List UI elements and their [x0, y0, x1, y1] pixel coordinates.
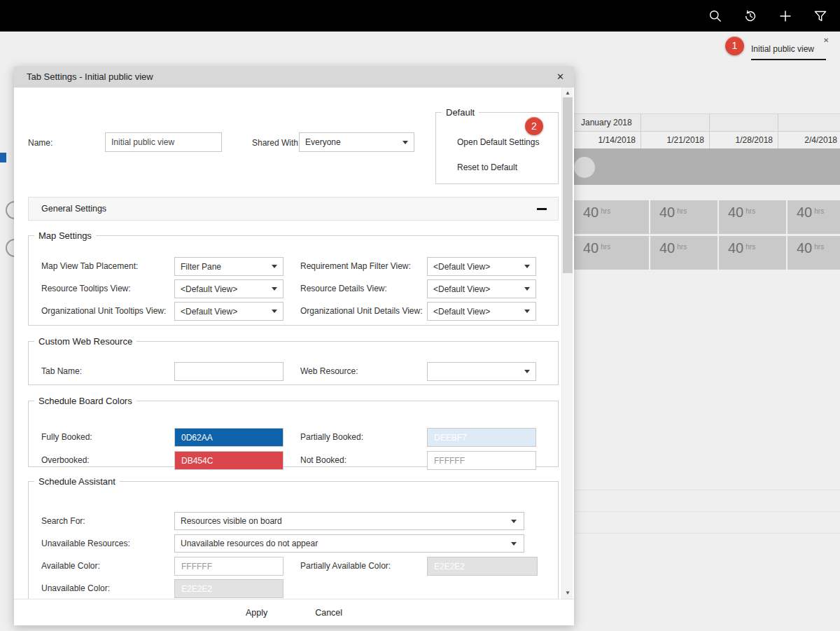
web-resource-dropdown[interactable] — [427, 362, 536, 381]
chevron-down-icon — [402, 141, 408, 144]
date-header: 1/21/2018 — [643, 132, 707, 148]
dialog-close-icon[interactable]: ✕ — [556, 71, 564, 83]
resource-tooltips-view-dropdown[interactable]: <Default View> — [174, 279, 284, 298]
chevron-down-icon — [524, 370, 530, 373]
general-settings-label: General Settings — [41, 204, 106, 214]
dropdown-value: Unavailable resources do not appear — [181, 539, 318, 548]
tab-name-input[interactable] — [174, 362, 284, 381]
requirement-map-filter-view-dropdown[interactable]: <Default View> — [427, 257, 536, 276]
org-unit-tooltips-view-dropdown[interactable]: <Default View> — [174, 302, 284, 321]
chevron-down-icon — [511, 542, 517, 546]
capacity-value: 40 — [728, 204, 743, 221]
capacity-unit: hrs — [746, 243, 755, 251]
capacity-unit: hrs — [601, 243, 610, 251]
capacity-cell[interactable]: 40 hrs — [719, 236, 786, 270]
top-app-bar — [0, 0, 840, 32]
month-header: January 2018 — [574, 113, 840, 132]
search-for-dropdown[interactable]: Resources visible on board — [174, 512, 524, 530]
capacity-unit: hrs — [601, 207, 610, 215]
custom-web-resource-legend: Custom Web Resource — [34, 336, 136, 347]
unavailable-resources-label: Unavailable Resources: — [41, 539, 130, 548]
available-color-label: Available Color: — [41, 561, 100, 571]
capacity-cell[interactable]: 40 hrs — [788, 200, 840, 234]
add-icon[interactable] — [778, 9, 792, 23]
capacity-cell[interactable]: 40 hrs — [719, 200, 786, 234]
dialog-title: Tab Settings - Initial public view — [14, 67, 574, 88]
overbooked-color-field[interactable]: DB454C — [174, 451, 284, 470]
not-booked-label: Not Booked: — [300, 455, 346, 465]
chevron-down-icon — [272, 287, 277, 291]
dropdown-value: <Default View> — [433, 284, 490, 294]
capacity-cell[interactable]: 40 hrs — [650, 236, 718, 270]
capacity-value: 40 — [728, 240, 743, 256]
scrollbar-thumb[interactable] — [563, 97, 573, 273]
apply-button[interactable]: Apply — [240, 605, 273, 620]
capacity-unit: hrs — [677, 207, 687, 215]
history-icon[interactable] — [743, 9, 757, 23]
custom-web-resource-group: Custom Web Resource Tab Name: Web Resour… — [28, 336, 559, 385]
reset-to-default-link[interactable]: Reset to Default — [457, 162, 517, 172]
dropdown-value: Filter Pane — [181, 262, 221, 272]
column-divider — [640, 113, 641, 148]
schedule-assistant-group: Schedule Assistant Search For: Resources… — [28, 476, 559, 599]
board-gridline — [574, 490, 840, 490]
dropdown-value: <Default View> — [433, 262, 490, 272]
map-view-tab-placement-dropdown[interactable]: Filter Pane — [174, 257, 284, 276]
capacity-value: 40 — [797, 204, 812, 221]
fully-booked-color-field[interactable]: 0D62AA — [174, 428, 284, 447]
tab-active-underline — [751, 59, 826, 60]
resource-details-view-label: Resource Details View: — [300, 284, 387, 293]
resource-avatar — [574, 157, 595, 178]
date-header: 2/4/2018 — [780, 132, 840, 148]
resource-details-view-dropdown[interactable]: <Default View> — [427, 279, 536, 298]
chevron-down-icon — [524, 265, 530, 268]
tab-settings-dialog: Tab Settings - Initial public view ✕ Nam… — [14, 67, 574, 625]
search-for-label: Search For: — [41, 516, 85, 526]
general-settings-header[interactable]: General Settings — [28, 197, 559, 221]
column-divider — [709, 113, 710, 148]
partially-booked-color-field[interactable]: DEEBF7 — [427, 428, 536, 447]
date-header: 1/28/2018 — [711, 132, 776, 148]
unavailable-resources-dropdown[interactable]: Unavailable resources do not appear — [174, 534, 524, 553]
capacity-value: 40 — [583, 204, 598, 221]
capacity-cell[interactable]: 40 hrs — [574, 200, 649, 234]
fully-booked-label: Fully Booked: — [41, 432, 92, 442]
dialog-content: Name: Shared With: Everyone Default Open… — [14, 88, 574, 599]
org-unit-details-view-label: Organizational Unit Details View: — [300, 306, 423, 316]
not-booked-color-field[interactable]: FFFFFF — [427, 451, 536, 470]
filter-icon[interactable] — [813, 9, 827, 23]
schedule-board-colors-group: Schedule Board Colors Fully Booked: 0D62… — [28, 396, 559, 467]
requirement-map-filter-view-label: Requirement Map Filter View: — [300, 261, 411, 271]
available-color-field[interactable]: FFFFFF — [174, 557, 284, 576]
collapse-icon[interactable] — [537, 208, 547, 210]
tab-initial-public-view[interactable]: Initial public view — [743, 44, 822, 54]
chevron-down-icon — [524, 310, 530, 313]
board-toolbar-band — [574, 148, 840, 185]
shared-with-dropdown[interactable]: Everyone — [299, 132, 414, 152]
default-group-legend: Default — [442, 107, 479, 118]
partially-available-color-field[interactable]: E2E2E2 — [427, 557, 538, 576]
dialog-scrollbar[interactable]: ▲ ▼ — [561, 88, 573, 599]
map-view-tab-placement-label: Map View Tab Placement: — [41, 261, 138, 271]
map-settings-legend: Map Settings — [34, 230, 96, 241]
org-unit-details-view-dropdown[interactable]: <Default View> — [427, 302, 536, 321]
tab-close-icon[interactable]: ✕ — [823, 36, 829, 44]
capacity-cell[interactable]: 40 hrs — [650, 200, 718, 234]
unavailable-color-field[interactable]: E2E2E2 — [174, 579, 284, 598]
partially-booked-label: Partially Booked: — [300, 432, 363, 442]
tab-name-label: Tab Name: — [41, 366, 82, 376]
name-input[interactable] — [105, 132, 222, 152]
capacity-value: 40 — [659, 204, 675, 221]
search-icon[interactable] — [708, 9, 722, 23]
scroll-down-icon[interactable]: ▼ — [562, 588, 573, 599]
dropdown-value: <Default View> — [181, 284, 237, 294]
open-default-settings-link[interactable]: Open Default Settings — [457, 137, 539, 147]
partially-available-color-label: Partially Available Color: — [300, 561, 391, 571]
cancel-button[interactable]: Cancel — [309, 605, 348, 620]
capacity-cell[interactable]: 40 hrs — [574, 236, 649, 270]
capacity-cell[interactable]: 40 hrs — [788, 236, 840, 270]
shared-with-value: Everyone — [305, 137, 341, 147]
chevron-down-icon — [272, 310, 277, 313]
map-settings-group: Map Settings Map View Tab Placement: Fil… — [28, 230, 559, 326]
capacity-unit: hrs — [746, 207, 755, 215]
